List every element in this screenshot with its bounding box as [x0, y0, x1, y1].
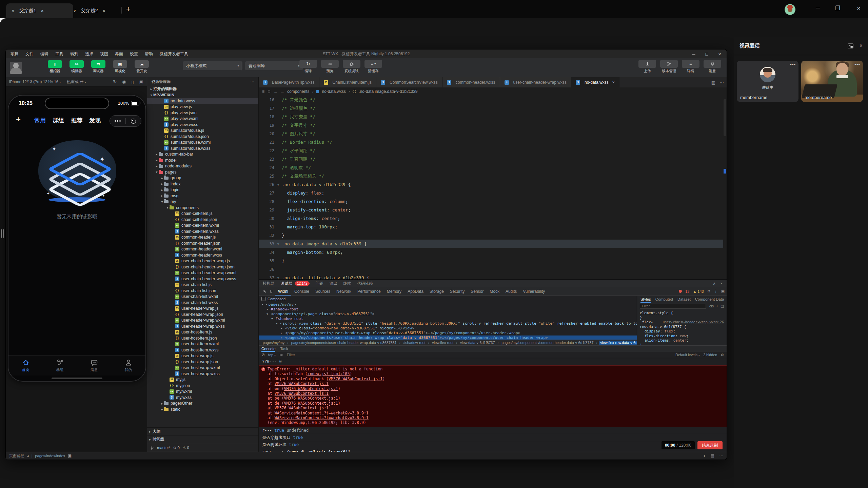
- action-bug[interactable]: 真机调试: [342, 60, 361, 74]
- tree-item[interactable]: JSplay-view.js: [147, 104, 258, 110]
- more-icon[interactable]: [110, 120, 125, 122]
- panel-tab-模拟器[interactable]: 模拟器: [263, 281, 275, 286]
- tree-item[interactable]: 3user-host-wrap.wxss: [147, 371, 258, 377]
- exit-icon[interactable]: [126, 119, 141, 124]
- tree-item[interactable]: ▸pagesOther: [147, 401, 258, 407]
- scrollbar[interactable]: [723, 96, 727, 280]
- action-list[interactable]: ≡详情: [681, 60, 700, 74]
- element-node[interactable]: ▸ <pages/my/components/user-chain-header…: [259, 336, 637, 340]
- tree-item[interactable]: ▸login: [147, 187, 258, 193]
- tree-item[interactable]: ▸custom-tab-bar: [147, 151, 258, 158]
- menu-item[interactable]: 微信开发者工具: [160, 51, 188, 57]
- code-line[interactable]: 34 margin-bottom: 60rpx;: [259, 248, 727, 257]
- mode-select[interactable]: 小程序模式 ▾: [183, 61, 242, 70]
- tree-item[interactable]: JSuser-chain-list.js: [147, 282, 258, 288]
- code-line[interactable]: 16/* 背景颜色 */: [259, 96, 727, 104]
- eye-icon[interactable]: [279, 353, 283, 357]
- tree-item[interactable]: ▾pages: [147, 169, 258, 175]
- editor-tab[interactable]: 3common-header.wxss: [442, 77, 500, 87]
- member-card-audio[interactable]: ••• 讲话中 membername: [737, 61, 798, 102]
- breadcrumb-item[interactable]: .no-data image.data-v-d1b2c339: [359, 89, 417, 94]
- tree-item[interactable]: <>my.wxml: [147, 389, 258, 395]
- tree-item[interactable]: ▸static: [147, 406, 258, 412]
- close-icon[interactable]: ×: [721, 281, 723, 286]
- tree-item[interactable]: JSuser-header-wrap.js: [147, 306, 258, 312]
- close-icon[interactable]: ×: [612, 80, 615, 85]
- code-line[interactable]: 28 flex-direction: column;: [259, 197, 727, 206]
- chevron-down-icon[interactable]: ∨: [73, 8, 76, 13]
- tab-console[interactable]: Console: [261, 346, 275, 352]
- action-eye[interactable]: 预览: [320, 60, 339, 74]
- app-tab-1[interactable]: ∨ 父穿越1 ×: [6, 3, 73, 18]
- style-declaration[interactable]: flex-direction: row;: [640, 334, 724, 339]
- console-messages[interactable]: ??0--- 0✕TypeError: _mitter.default.emit…: [259, 358, 727, 452]
- element-crumb[interactable]: view.flex-root: [431, 341, 455, 345]
- stop-recording-button[interactable]: 结束录制: [697, 441, 723, 449]
- more-icon[interactable]: •••: [854, 62, 860, 67]
- tree-item[interactable]: <>user-host-wrap.wxml: [147, 365, 258, 371]
- tree-item[interactable]: {}my.json: [147, 383, 258, 389]
- close-icon[interactable]: ×: [860, 43, 863, 49]
- console-filter-input[interactable]: Filter: [287, 353, 672, 357]
- account-avatar[interactable]: [10, 62, 22, 74]
- tree-item[interactable]: {}user-host-wrap.json: [147, 359, 258, 365]
- close-icon[interactable]: ×: [103, 8, 105, 14]
- copy-icon[interactable]: ▣: [68, 453, 72, 458]
- devtools-tab-sensor[interactable]: Sensor: [468, 287, 487, 296]
- style-rules[interactable]: element.style {}user-chain-header-wrap.w…: [637, 309, 727, 345]
- new-tab-button[interactable]: +: [126, 5, 131, 13]
- tree-item[interactable]: JSmy.js: [147, 377, 258, 383]
- devtools-tab-network[interactable]: Network: [333, 287, 354, 296]
- menu-item[interactable]: 帮助: [145, 51, 153, 57]
- panel-tab-调试器[interactable]: 调试器: [281, 281, 293, 286]
- tab-task[interactable]: Task: [280, 347, 288, 351]
- styles-tab-styles[interactable]: Styles: [640, 296, 651, 303]
- element-crumb[interactable]: view.flex-row.data-v-6d1f8737: [599, 341, 637, 345]
- tree-item[interactable]: 3sumilatorMouse.wxss: [147, 145, 258, 151]
- tree-item[interactable]: ▾components: [147, 205, 258, 211]
- more-icon[interactable]: ⋯: [251, 79, 255, 84]
- close-button[interactable]: ×: [857, 5, 861, 12]
- console-message[interactable]: ??0--- 0: [259, 358, 727, 365]
- device-select[interactable]: iPhone 12/13 (Pro) 124% 16 ▾: [9, 80, 61, 84]
- devtools-tab-mock[interactable]: Mock: [487, 287, 502, 296]
- tree-item[interactable]: JSchain-cell-item.js: [147, 211, 258, 217]
- panel-tab-问题[interactable]: 问题: [316, 281, 323, 286]
- panel-tab-输出[interactable]: 输出: [330, 281, 337, 286]
- editor-tab[interactable]: 3BasePageWithTip.wxss: [259, 77, 319, 87]
- code-line[interactable]: 24/* 透明度 */: [259, 163, 727, 172]
- panel-tab-终端[interactable]: 终端: [343, 281, 351, 286]
- tree-item[interactable]: {}user-header-wrap.json: [147, 311, 258, 318]
- tree-item[interactable]: ▸group: [147, 175, 258, 181]
- tree-item[interactable]: 3chain-cell-item.wxss: [147, 228, 258, 235]
- add-button[interactable]: +: [16, 115, 21, 124]
- element-crumb[interactable]: view.data-v-6d1f8737: [459, 341, 496, 345]
- tree-section[interactable]: ▾MP-WEIXIN: [147, 92, 258, 98]
- bookmark-icon[interactable]: [267, 89, 271, 94]
- panel-tab-代码依赖[interactable]: 代码依赖: [357, 281, 373, 286]
- style-rule-selector[interactable]: element.style {: [640, 311, 724, 316]
- action-branch[interactable]: 版本管理: [659, 60, 678, 74]
- collapse-icon[interactable]: ◂: [27, 454, 29, 458]
- element-crumb[interactable]: #shadow-root: [402, 341, 427, 345]
- more-icon[interactable]: •••: [790, 62, 796, 67]
- toggle-grid[interactable]: ▦可视化: [111, 60, 129, 74]
- back-icon[interactable]: ←: [274, 89, 278, 94]
- devtools-tab-appdata[interactable]: AppData: [405, 287, 427, 296]
- code-line[interactable]: 35}: [259, 257, 727, 265]
- minimize-button[interactable]: ─: [816, 5, 820, 12]
- tree-item[interactable]: {}chain-cell-item.json: [147, 217, 258, 223]
- nav-tab-常用[interactable]: 常用: [34, 117, 46, 124]
- tree-item[interactable]: <>user-chain-list.wxml: [147, 294, 258, 300]
- tree-item[interactable]: {}user-host-item.json: [147, 335, 258, 341]
- tree-item[interactable]: {}sumilatorMouse.json: [147, 134, 258, 140]
- tree-item[interactable]: ▸model: [147, 157, 258, 163]
- close-icon[interactable]: ×: [718, 51, 721, 57]
- tree-item[interactable]: <>common-header.wxml: [147, 246, 258, 252]
- tree-item[interactable]: <>play-view.wxml: [147, 116, 258, 122]
- nav-tab-群组[interactable]: 群组: [53, 117, 64, 124]
- multi-window-icon[interactable]: ▣: [139, 79, 143, 84]
- nav-tab-发现[interactable]: 发现: [89, 117, 101, 124]
- action-stack[interactable]: ≡▾清缓存: [364, 60, 383, 74]
- clear-console-icon[interactable]: ⊘: [261, 352, 265, 357]
